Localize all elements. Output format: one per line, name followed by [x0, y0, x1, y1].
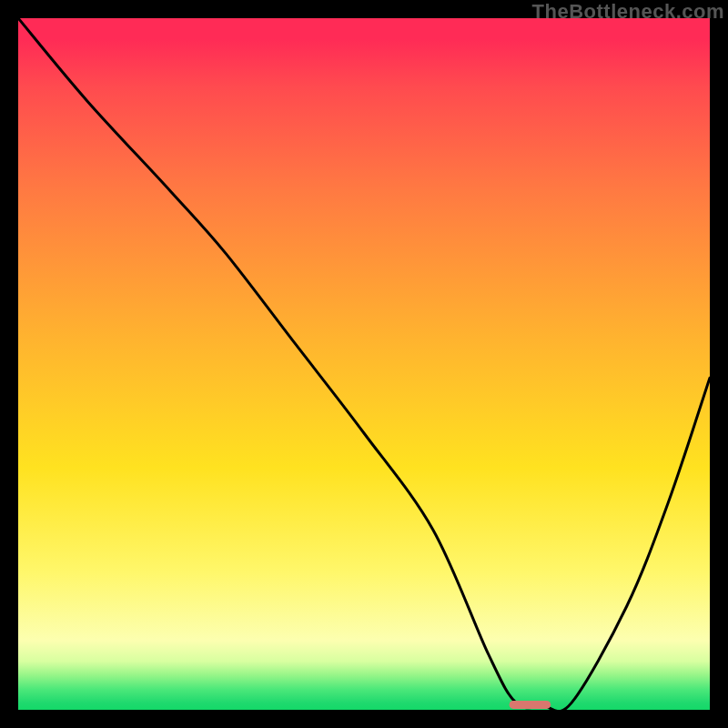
chart-frame	[18, 18, 710, 710]
chart-background-gradient	[18, 18, 710, 710]
